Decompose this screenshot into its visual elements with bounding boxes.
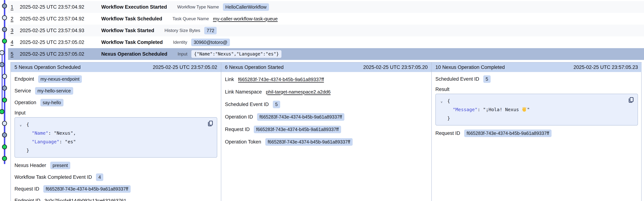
event-detail-panel-header: 6 Nexus Operation Started2025-02-25 UTC … — [221, 63, 431, 72]
detail-field: Workflow Task Completed Event ID4 — [14, 171, 217, 183]
field-value-badge: my-nexus-endpoint — [38, 75, 82, 83]
event-id-link[interactable]: 1 — [11, 4, 17, 10]
timeline-event-dot — [2, 121, 7, 126]
event-row[interactable]: 32025-02-25 UTC 23:57:04.93Workflow Task… — [8, 25, 644, 36]
json-code-block: ∨{"Message": "¡Hola! Nexus "} — [436, 94, 638, 125]
detail-field: Request IDf665283f-743e-4374-b45b-9a61a8… — [14, 183, 217, 195]
event-id-link[interactable]: 2 — [11, 16, 17, 22]
event-name: Workflow Task Started — [101, 28, 154, 34]
event-attr-value-badge: 772 — [204, 27, 217, 34]
chevron-down-icon[interactable]: ∨ — [440, 99, 442, 105]
detail-field: Request IDf665283f-743e-4374-b45b-9a61a8… — [436, 127, 638, 139]
field-label: Input — [14, 108, 217, 117]
panel-body: Scheduled Event ID5Result∨{"Message": "¡… — [432, 72, 642, 139]
event-timestamp: 2025-02-25 UTC 23:57:04.93 — [20, 28, 93, 34]
event-row[interactable]: 22025-02-25 UTC 23:57:04.92Workflow Task… — [8, 13, 644, 25]
field-label: Endpoint — [14, 76, 34, 82]
detail-field: Operation Tokenf665283f-743e-4374-b45b-9… — [225, 136, 428, 148]
timeline-event-dot — [2, 132, 7, 137]
timeline-event-dot — [2, 15, 7, 20]
panel-title: 10 Nexus Operation Completed — [436, 65, 505, 70]
field-label: Request ID — [225, 127, 250, 132]
timeline-event-dot — [2, 156, 7, 161]
code-line: ∨{ — [15, 120, 213, 129]
event-attr-label: Input — [178, 52, 187, 57]
detail-field: Scheduled Event ID5 — [225, 98, 428, 111]
event-detail-panel: 6 Nexus Operation Started2025-02-25 UTC … — [221, 63, 431, 201]
field-label: Service — [14, 88, 31, 94]
field-value-badge: my-hello-service — [35, 87, 73, 95]
branch-timeline-line — [2, 53, 2, 112]
event-id-link[interactable]: 4 — [11, 40, 17, 45]
chevron-down-icon[interactable]: ∨ — [20, 122, 22, 129]
event-detail-panel-header: 5 Nexus Operation Scheduled2025-02-25 UT… — [11, 63, 221, 72]
event-detail-panel: 10 Nexus Operation Completed2025-02-25 U… — [432, 63, 642, 201]
event-row[interactable]: 52025-02-25 UTC 23:57:05.02Nexus Operati… — [8, 48, 644, 60]
field-value-badge: f665283f-743e-4374-b45b-9a61a89337ff — [43, 185, 131, 193]
timeline-event-dot — [2, 86, 7, 91]
field-value-badge: 5 — [273, 101, 280, 108]
timeline-event-dot — [2, 144, 7, 149]
detail-field: Linkf665283f-743e-4374-b45b-9a61a89337ff — [225, 73, 428, 86]
field-value-link[interactable]: 3c0c75ccfa8144b092c13ce632463761 — [44, 198, 126, 201]
field-value-link[interactable]: f665283f-743e-4374-b45b-9a61a89337ff — [238, 77, 324, 82]
waving-hand-emoji — [522, 107, 527, 112]
main-timeline-line — [4, 0, 5, 164]
field-value-badge: f665283f-743e-4374-b45b-9a61a89337ff — [257, 113, 344, 121]
event-name: Nexus Operation Scheduled — [101, 51, 167, 57]
panel-timestamp: 2025-02-25 UTC 23:57:05.23 — [574, 65, 638, 70]
field-value-badge: f665283f-743e-4374-b45b-9a61a89337ff — [265, 138, 353, 146]
event-timestamp: 2025-02-25 UTC 23:57:04.92 — [20, 4, 93, 10]
code-line: "Language": "es" — [15, 137, 213, 146]
event-row[interactable]: 12025-02-25 UTC 23:57:04.92Workflow Exec… — [8, 1, 644, 13]
detail-field: Operation IDf665283f-743e-4374-b45b-9a61… — [225, 111, 428, 123]
timeline-event-dot — [2, 98, 7, 103]
field-label: Request ID — [14, 186, 39, 192]
event-row[interactable]: 42025-02-25 UTC 23:57:05.02Workflow Task… — [8, 36, 644, 48]
field-label: Scheduled Event ID — [436, 76, 479, 82]
json-text: { — [26, 122, 29, 127]
code-line: "Message": "¡Hola! Nexus " — [436, 105, 634, 114]
detail-field: Scheduled Event ID5 — [436, 73, 638, 85]
panel-body: Linkf665283f-743e-4374-b45b-9a61a89337ff… — [221, 72, 431, 148]
panel-body: Endpointmy-nexus-endpointServicemy-hello… — [11, 72, 221, 201]
panel-title: 5 Nexus Operation Scheduled — [14, 65, 80, 70]
field-value-badge: f665283f-743e-4374-b45b-9a61a89337ff — [254, 126, 341, 133]
json-text: } — [26, 148, 29, 153]
event-detail-panel: 5 Nexus Operation Scheduled2025-02-25 UT… — [11, 63, 221, 201]
timeline-event-dot — [2, 74, 7, 79]
event-name: Workflow Execution Started — [101, 4, 167, 10]
json-text: : "¡Hola! Nexus — [478, 107, 522, 112]
code-line: "Name": "Nexus", — [15, 129, 213, 137]
event-attr-label: Task Queue Name — [172, 16, 209, 21]
event-attr-link[interactable]: my-caller-workflow-task-queue — [213, 16, 278, 22]
field-label: Endpoint ID — [14, 198, 40, 201]
event-detail-panel-header: 10 Nexus Operation Completed2025-02-25 U… — [432, 63, 642, 72]
field-label: Link — [225, 77, 234, 82]
event-id-link[interactable]: 3 — [11, 28, 17, 34]
field-value-badge: f665283f-743e-4374-b45b-9a61a89337ff — [464, 129, 552, 137]
field-value-badge: say-hello — [40, 99, 64, 106]
field-label: Link Namespace — [225, 89, 262, 95]
field-value-badge: present — [50, 162, 70, 169]
field-label: Nexus Header — [14, 163, 46, 168]
event-attr-label: Identity — [173, 40, 187, 45]
json-text: : "es" — [60, 139, 76, 144]
code-line: } — [436, 114, 634, 123]
json-text: : "Nexus", — [48, 130, 76, 136]
event-history-list: 12025-02-25 UTC 23:57:04.92Workflow Exec… — [8, 1, 644, 60]
event-timestamp: 2025-02-25 UTC 23:57:05.02 — [20, 40, 93, 45]
event-id-link[interactable]: 5 — [11, 51, 17, 57]
field-value-badge: 4 — [96, 173, 103, 181]
json-text: " — [527, 107, 530, 112]
field-label: Operation — [14, 100, 36, 105]
field-label: Scheduled Event ID — [225, 102, 269, 107]
field-value-badge: 5 — [483, 75, 490, 83]
field-value-link[interactable]: phil-target-namespace2.a2dd6 — [266, 89, 330, 95]
detail-field: Request IDf665283f-743e-4374-b45b-9a61a8… — [225, 123, 428, 136]
code-line: ∨{ — [436, 97, 634, 105]
json-key: "Name" — [32, 130, 48, 136]
event-timestamp: 2025-02-25 UTC 23:57:04.92 — [20, 16, 93, 22]
field-label: Operation Token — [225, 139, 261, 145]
timeline-event-dot — [2, 39, 7, 44]
